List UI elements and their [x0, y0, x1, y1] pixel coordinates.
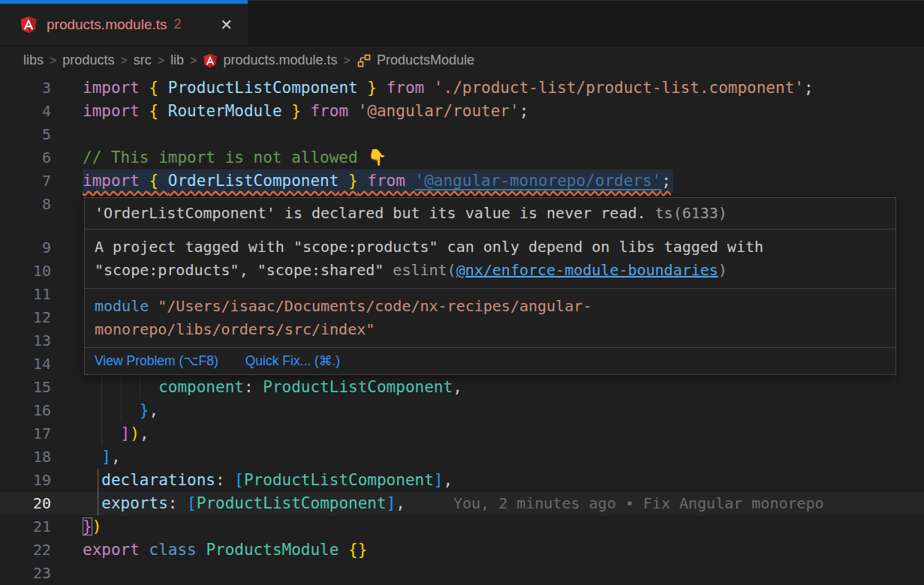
- breadcrumb: libs>products>src>lib>products.module.ts…: [0, 46, 924, 74]
- token: ,: [396, 494, 405, 512]
- line-number: 13: [0, 329, 83, 352]
- code-line-21[interactable]: 21}): [0, 515, 924, 538]
- token: ;: [519, 102, 529, 120]
- token: import: [83, 172, 149, 190]
- line-content: import { RouterModule } from '@angular/r…: [83, 100, 528, 123]
- token: :: [244, 378, 263, 396]
- breadcrumb-item-products-module-ts[interactable]: products.module.ts: [203, 52, 337, 68]
- token: // This import is not allowed: [83, 148, 367, 166]
- breadcrumb-item-products[interactable]: products: [62, 52, 114, 68]
- token: component: [158, 378, 244, 396]
- token: '@angular/router': [358, 102, 519, 120]
- tab-title: products.module.ts: [47, 16, 167, 33]
- breadcrumb-label: lib: [170, 52, 184, 68]
- token: export: [83, 541, 149, 559]
- breadcrumb-item-src[interactable]: src: [134, 52, 152, 68]
- code-line-6[interactable]: 6// This import is not allowed 👇: [0, 146, 924, 170]
- code-line-22[interactable]: 22export class ProductsModule {}: [0, 538, 924, 562]
- hover-eslint-source-open: eslint(: [393, 261, 456, 279]
- eslint-rule-link[interactable]: @nx/enforce-module-boundaries: [456, 261, 718, 279]
- token: ;: [661, 172, 671, 190]
- line-number: 15: [0, 376, 83, 399]
- line-content: import { ProductListComponent } from './…: [83, 76, 814, 100]
- breadcrumb-item-productsmodule[interactable]: ProductsModule: [357, 52, 474, 68]
- code-line-5[interactable]: 5: [0, 123, 924, 146]
- token: {}: [348, 541, 367, 559]
- breadcrumb-item-libs[interactable]: libs: [23, 52, 44, 68]
- active-indent-guide: [98, 469, 98, 492]
- code-line-20[interactable]: 20 exports: [ProductListComponent],You, …: [0, 492, 924, 515]
- line-content: exports: [ProductListComponent],: [83, 492, 405, 515]
- code-line-16[interactable]: 16 },: [0, 399, 924, 422]
- code-line-17[interactable]: 17 ]),: [0, 422, 924, 446]
- tab-products-module[interactable]: products.module.ts 2 ✕: [0, 0, 248, 46]
- token: ,: [453, 378, 462, 396]
- token: ]: [101, 448, 111, 466]
- close-icon[interactable]: ✕: [217, 16, 236, 34]
- line-number: 10: [0, 260, 83, 283]
- token: from: [358, 172, 415, 190]
- code-line-15[interactable]: 15 component: ProductListComponent,: [0, 376, 924, 399]
- line-number: 9: [0, 236, 83, 260]
- highlighted-error-line: import { OrderListComponent } from '@ang…: [83, 170, 673, 193]
- token: ]: [121, 424, 131, 442]
- chevron-right-icon: >: [114, 54, 133, 68]
- code-editor[interactable]: 3import { ProductListComponent } from '.…: [0, 74, 924, 584]
- code-line-4[interactable]: 4import { RouterModule } from '@angular/…: [0, 100, 924, 123]
- indent-guide: [101, 399, 102, 422]
- code-line-23[interactable]: 23: [0, 562, 924, 585]
- module-path-line2: monorepo/libs/orders/src/index": [95, 318, 886, 341]
- token: '@angular-monorepo/orders': [415, 172, 662, 190]
- line-number: 14: [0, 352, 83, 376]
- code-line-19[interactable]: 19 declarations: [ProductListComponent],: [0, 469, 924, 492]
- token: ,: [444, 471, 453, 489]
- token: }: [358, 79, 377, 97]
- diagnostic-hover-popup: 'OrderListComponent' is declared but its…: [84, 197, 896, 375]
- line-number: 8: [0, 193, 83, 216]
- token: ]: [434, 471, 444, 489]
- hover-actions: View Problem (⌥F8) Quick Fix... (⌘.): [85, 348, 895, 374]
- line-content: import { OrderListComponent } from '@ang…: [83, 170, 673, 193]
- tab-bar: products.module.ts 2 ✕: [0, 0, 924, 46]
- breadcrumb-item-lib[interactable]: lib: [170, 52, 184, 68]
- breadcrumb-label: products: [62, 52, 114, 68]
- token: [83, 471, 101, 489]
- active-indent-guide: [98, 492, 98, 515]
- code-line-3[interactable]: 3import { ProductListComponent } from '.…: [0, 76, 924, 100]
- line-number: 16: [0, 399, 83, 422]
- line-number: 22: [0, 538, 83, 562]
- token: }: [83, 518, 92, 536]
- chevron-right-icon: >: [338, 54, 357, 68]
- token: exports: [101, 494, 168, 512]
- token: [: [234, 471, 244, 489]
- token: }: [339, 172, 357, 190]
- line-number: 6: [0, 146, 83, 170]
- line-content: ]),: [83, 422, 149, 446]
- code-line-7[interactable]: 7import { OrderListComponent } from '@an…: [0, 170, 924, 193]
- token: ): [92, 518, 102, 536]
- code-line-18[interactable]: 18 ],: [0, 446, 924, 469]
- token: declarations: [101, 471, 215, 489]
- chevron-right-icon: >: [44, 54, 62, 68]
- chevron-right-icon: >: [152, 54, 170, 68]
- token: OrderListComponent: [168, 172, 339, 190]
- view-problem-action[interactable]: View Problem (⌥F8): [95, 351, 218, 371]
- token: ProductListComponent: [197, 494, 387, 512]
- token: import: [83, 102, 149, 120]
- breadcrumb-label: products.module.ts: [223, 52, 337, 68]
- module-path-line1: "/Users/isaac/Documents/code/nx-recipes/…: [149, 297, 591, 315]
- token: ): [130, 424, 140, 442]
- token: ProductListComponent: [168, 79, 358, 97]
- token: import: [83, 79, 149, 97]
- token: }: [282, 102, 301, 120]
- quick-fix-action[interactable]: Quick Fix... (⌘.): [245, 351, 340, 371]
- token: ;: [804, 79, 814, 97]
- token: 👇: [367, 148, 387, 166]
- line-content: // This import is not allowed 👇: [83, 146, 387, 170]
- token: [83, 401, 140, 419]
- line-content: declarations: [ProductListComponent],: [83, 469, 453, 492]
- token: {: [149, 102, 168, 120]
- error-squiggle: import { OrderListComponent } from '@ang…: [83, 172, 671, 190]
- hover-ts-text: 'OrderListComponent' is declared but its…: [95, 204, 646, 222]
- token: }: [140, 401, 149, 419]
